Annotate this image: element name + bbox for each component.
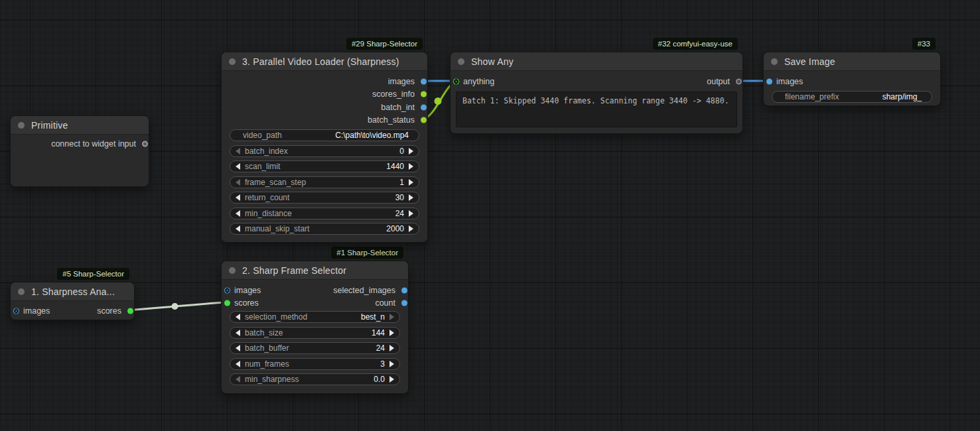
node-loader-header[interactable]: 3. Parallel Video Loader (Sharpness) — [222, 52, 427, 71]
increment-arrow-icon[interactable] — [409, 148, 413, 154]
input-slot-images[interactable]: images — [764, 75, 940, 88]
increment-arrow-icon[interactable] — [409, 225, 413, 232]
node-badge-loader: #29 Sharp-Selector — [346, 38, 423, 50]
collapse-dot-icon[interactable] — [229, 58, 236, 65]
widget-batch-buffer[interactable]: batch_buffer 24 — [230, 342, 400, 354]
node-parallel-video-loader[interactable]: 3. Parallel Video Loader (Sharpness) ima… — [221, 52, 428, 243]
widget-video-path[interactable]: video_path C:\path\to\video.mp4 — [230, 129, 419, 141]
node-save-image-header[interactable]: Save Image — [764, 52, 940, 71]
slot-row-images-scores: images scores — [11, 304, 134, 318]
output-slot-label: count — [375, 298, 395, 308]
node-title: Primitive — [31, 120, 68, 131]
decrement-arrow-icon[interactable] — [236, 210, 240, 217]
output-slot-label: scores_info — [372, 90, 415, 99]
collapse-dot-icon[interactable] — [18, 122, 25, 129]
output-slot-batch-status[interactable]: batch_status — [222, 114, 427, 127]
increment-arrow-icon[interactable] — [389, 330, 394, 336]
decrement-arrow-icon[interactable] — [236, 361, 240, 367]
output-dot[interactable] — [142, 141, 148, 147]
output-slot-label: images — [388, 77, 415, 86]
node-primitive-header[interactable]: Primitive — [11, 116, 149, 135]
node-primitive[interactable]: Primitive connect to widget input — [10, 115, 149, 187]
decrement-arrow-icon[interactable] — [236, 314, 240, 320]
widget-value: sharp/img_ — [882, 92, 922, 101]
node-badge-show-any: #32 comfyui-easy-use — [653, 38, 738, 50]
widget-selection-method[interactable]: selection_method best_n — [230, 311, 400, 323]
node-graph-canvas[interactable]: #29 Sharp-Selector #32 comfyui-easy-use … — [0, 0, 980, 431]
decrement-arrow-icon[interactable] — [236, 225, 240, 232]
widget-value: 0 — [399, 147, 404, 156]
widget-batch-index[interactable]: batch_index 0 — [230, 145, 419, 157]
widget-batch-size[interactable]: batch_size 144 — [230, 327, 400, 339]
decrement-arrow-icon[interactable] — [236, 376, 240, 383]
widget-label: batch_index — [245, 147, 399, 156]
widget-min-distance[interactable]: min_distance 24 — [230, 208, 419, 219]
decrement-arrow-icon[interactable] — [236, 163, 240, 170]
increment-arrow-icon[interactable] — [409, 179, 413, 186]
node-selector-header[interactable]: 2. Sharp Frame Selector — [222, 261, 408, 280]
widget-scan-limit[interactable]: scan_limit 1440 — [230, 160, 419, 172]
decrement-arrow-icon[interactable] — [236, 345, 240, 351]
increment-arrow-icon[interactable] — [389, 314, 394, 320]
decrement-arrow-icon[interactable] — [236, 179, 240, 186]
node-sharp-frame-selector[interactable]: 2. Sharp Frame Selector images selected_… — [221, 261, 409, 394]
widget-value: 2000 — [386, 224, 404, 233]
input-dot[interactable] — [13, 308, 19, 314]
input-dot[interactable] — [224, 287, 230, 293]
widget-frame-scan-step[interactable]: frame_scan_step 1 — [230, 176, 419, 188]
widget-label: batch_size — [245, 328, 372, 338]
input-dot[interactable] — [224, 300, 230, 306]
decrement-arrow-icon[interactable] — [236, 148, 240, 154]
output-dot[interactable] — [421, 104, 427, 110]
output-dot[interactable] — [127, 308, 133, 314]
increment-arrow-icon[interactable] — [389, 345, 394, 351]
decrement-arrow-icon[interactable] — [236, 194, 240, 201]
widget-value: C:\path\to\video.mp4 — [335, 131, 409, 140]
increment-arrow-icon[interactable] — [389, 376, 394, 383]
collapse-dot-icon[interactable] — [229, 267, 236, 274]
node-analyzer-header[interactable]: 1. Sharpness Ana... — [11, 282, 134, 301]
increment-arrow-icon[interactable] — [409, 210, 413, 217]
input-dot[interactable] — [766, 78, 772, 84]
collapse-dot-icon[interactable] — [771, 58, 778, 65]
widget-min-sharpness[interactable]: min_sharpness 0.0 — [230, 373, 400, 385]
input-slot-label: images — [234, 286, 261, 295]
increment-arrow-icon[interactable] — [409, 194, 413, 201]
node-show-any[interactable]: Show Any anything output Batch 1: Skippe… — [450, 52, 743, 134]
output-slot-images[interactable]: images — [222, 75, 427, 88]
widget-value: 0.0 — [374, 375, 385, 384]
node-title: 3. Parallel Video Loader (Sharpness) — [242, 56, 399, 67]
output-slot-connect-to-widget-input[interactable]: connect to widget input — [11, 137, 149, 151]
widget-label: video_path — [243, 131, 335, 140]
decrement-arrow-icon[interactable] — [236, 330, 240, 336]
output-slot-scores-info[interactable]: scores_info — [222, 88, 427, 101]
node-sharpness-analyzer[interactable]: 1. Sharpness Ana... images scores — [10, 282, 135, 320]
output-dot[interactable] — [401, 287, 407, 293]
widget-num-frames[interactable]: num_frames 3 — [230, 358, 400, 370]
widget-label: filename_prefix — [785, 92, 882, 101]
output-dot[interactable] — [421, 78, 427, 84]
input-dot[interactable] — [453, 78, 459, 84]
input-slot-label: scores — [234, 298, 259, 308]
increment-arrow-icon[interactable] — [389, 361, 394, 367]
output-slot-label: selected_images — [333, 286, 395, 295]
output-slot-label: batch_int — [381, 103, 415, 112]
widget-value: 144 — [372, 328, 385, 338]
node-title: Show Any — [471, 56, 514, 67]
node-save-image[interactable]: Save Image images filename_prefix sharp/… — [763, 52, 941, 106]
slot-row-images-selected-images: images selected_images — [222, 284, 408, 297]
node-show-any-header[interactable]: Show Any — [451, 52, 742, 71]
output-dot[interactable] — [736, 78, 742, 84]
widget-value: 1 — [399, 178, 404, 187]
widget-manual-skip-start[interactable]: manual_skip_start 2000 — [230, 223, 419, 235]
output-dot[interactable] — [421, 92, 427, 97]
output-slot-batch-int[interactable]: batch_int — [222, 101, 427, 114]
widget-filename-prefix[interactable]: filename_prefix sharp/img_ — [772, 91, 932, 103]
widget-return-count[interactable]: return_count 30 — [230, 192, 419, 204]
collapse-dot-icon[interactable] — [18, 288, 25, 295]
output-dot[interactable] — [401, 300, 407, 306]
output-dot[interactable] — [421, 117, 427, 123]
widget-value: 1440 — [386, 162, 404, 171]
increment-arrow-icon[interactable] — [409, 163, 413, 170]
collapse-dot-icon[interactable] — [458, 58, 464, 65]
